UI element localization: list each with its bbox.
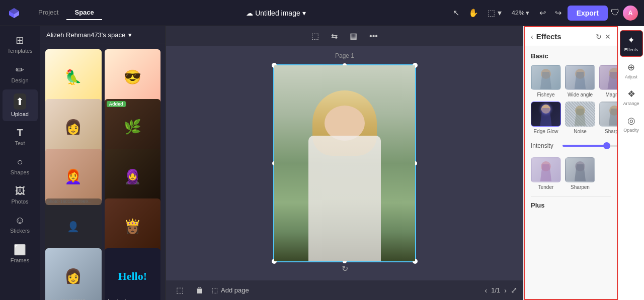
chevron-down-icon: ▾ <box>526 9 529 17</box>
next-page-button[interactable]: › <box>504 286 507 294</box>
sidebar-item-label: Stickers <box>10 228 30 234</box>
list-item[interactable]: 👩 WhatsApp Image 20... <box>45 99 102 155</box>
sidebar-item-design[interactable]: ✏ Design <box>3 60 38 87</box>
list-item[interactable]: 🌿 Added photo-15895718949... <box>105 99 161 155</box>
intensity-label: Intensity <box>531 142 558 149</box>
page-label: Page 1 <box>335 52 354 59</box>
effect-fisheye[interactable]: Fisheye <box>531 65 561 97</box>
effect-label-tender: Tender <box>538 184 554 190</box>
effects-header: ‹ Effects ↻ ✕ <box>525 27 617 46</box>
design-icon: ✏ <box>16 64 24 76</box>
rotate-handle[interactable]: ↻ <box>342 264 348 273</box>
add-page-button[interactable]: ⬚ Add page <box>212 286 249 294</box>
plus-section-label: Plus <box>531 202 544 209</box>
sidebar-item-label: Frames <box>11 257 29 263</box>
list-item[interactable]: 👩‍🦰 photo-16012884969... <box>45 149 102 205</box>
effect-sharpen2[interactable]: Sharpen <box>565 157 595 190</box>
effect-magnify[interactable]: Magnify <box>599 65 617 97</box>
chevron-down-icon: ▾ <box>302 9 306 17</box>
list-item[interactable]: 👩 photo-1544005313-... <box>45 248 102 300</box>
list-item[interactable]: Hello! download.png <box>105 248 161 300</box>
refresh-button[interactable]: ↻ <box>596 33 602 41</box>
list-item[interactable]: 👸🏾 woman-of-lgbo-sun... <box>105 198 161 255</box>
canvas-image-container[interactable]: ↻ <box>273 64 416 262</box>
select-tool-button[interactable]: ↖ <box>450 6 462 20</box>
right-panel: ‹ Effects ↻ ✕ Basic <box>523 26 644 300</box>
logo-button[interactable] <box>6 5 22 21</box>
undo-button[interactable]: ↩ <box>536 6 549 20</box>
space-name: Alizeh Rehman473's space <box>46 31 125 39</box>
hand-tool-button[interactable]: ✋ <box>465 6 481 20</box>
arrange-label: Arrange <box>623 101 639 106</box>
effects-icon: ✦ <box>627 35 635 46</box>
effect-edgeglow[interactable]: Edge Glow <box>531 102 561 134</box>
sidebar-item-frames[interactable]: ⬜ Frames <box>3 240 38 267</box>
topbar-center: ☁ Untitled image ▾ <box>106 9 446 17</box>
crop-tool-button[interactable]: ⬚ <box>307 29 323 43</box>
sidebar-item-opacity[interactable]: ◎ Opacity <box>620 111 643 137</box>
frame-tool-button[interactable]: ⬚ ▾ <box>485 6 504 20</box>
zoom-control[interactable]: 42% ▾ <box>508 7 533 19</box>
sidebar-item-shapes[interactable]: ○ Shapes <box>3 152 38 179</box>
canvas-toolbar: ⬚ ⇆ ▦ ••• <box>166 26 523 46</box>
list-item[interactable]: 🧕 pexels-leah-kelley-5... <box>105 149 161 205</box>
close-button[interactable]: ✕ <box>605 33 611 41</box>
list-item[interactable]: 😎 1000_F_24865237B... <box>105 49 161 106</box>
space-selector[interactable]: Alizeh Rehman473's space ▾ <box>46 31 132 39</box>
adjust-icon: ⊕ <box>627 62 635 73</box>
export-button[interactable]: Export <box>568 6 608 21</box>
pagination: ‹ 1/1 › ⤢ <box>485 285 517 295</box>
sidebar-item-text[interactable]: T Text <box>3 123 38 150</box>
add-page-icon: ⬚ <box>212 286 218 294</box>
added-badge: Added <box>107 101 126 107</box>
right-icon-sidebar: ✦ Effects ⊕ Adjust ❖ Arrange ◎ Opacity <box>618 26 644 300</box>
frames-icon: ⬜ <box>14 244 26 256</box>
tab-space[interactable]: Space <box>66 6 102 20</box>
upload-icon: ⬆ <box>14 93 26 110</box>
align-tool-button[interactable]: ▦ <box>346 29 361 43</box>
delete-button[interactable]: 🗑 <box>192 284 208 297</box>
tab-project[interactable]: Project <box>30 6 66 20</box>
effect-thumb-tender <box>531 157 561 182</box>
main-content: ⊞ Templates ✏ Design ⬆ Upload T Text ○ S… <box>0 26 644 300</box>
sidebar-item-label: Text <box>15 140 25 146</box>
topbar-tools: ↖ ✋ ⬚ ▾ 42% ▾ ↩ ↪ Export 🛡 A <box>450 6 638 21</box>
effects-section-title: Basic <box>531 52 611 60</box>
effect-label-sharpen: Sharpen <box>605 129 617 134</box>
sidebar-item-upload[interactable]: ⬆ Upload <box>3 89 38 121</box>
pages-icon-button[interactable]: ⬚ <box>172 283 188 297</box>
list-item[interactable]: 👤 WhatsApp_Image_2... <box>45 198 102 255</box>
intensity-slider[interactable] <box>562 145 617 147</box>
fullscreen-button[interactable]: ⤢ <box>511 285 517 295</box>
effects-label: Effects <box>624 47 638 52</box>
prev-page-button[interactable]: ‹ <box>485 286 488 294</box>
effects-header-actions: ↻ ✕ <box>596 33 611 41</box>
avatar[interactable]: A <box>623 6 638 21</box>
flip-tool-button[interactable]: ⇆ <box>327 29 342 43</box>
sidebar-item-templates[interactable]: ⊞ Templates <box>3 30 38 58</box>
asset-label: photo-1544005313-... <box>47 298 100 301</box>
list-item[interactable]: 🦜 bird-colorful-logo-gr... <box>45 49 102 106</box>
intensity-row: Intensity 70 <box>531 140 611 151</box>
sidebar-item-photos[interactable]: 🖼 Photos <box>3 181 38 209</box>
redo-button[interactable]: ↪ <box>552 6 565 20</box>
sidebar-item-arrange[interactable]: ❖ Arrange <box>620 84 643 110</box>
document-name[interactable]: ☁ Untitled image ▾ <box>246 9 306 17</box>
more-options-button[interactable]: ••• <box>365 30 382 43</box>
sidebar-item-effects[interactable]: ✦ Effects <box>620 30 643 57</box>
effect-wideangle[interactable]: Wide angle <box>565 65 595 97</box>
effect-tender[interactable]: Tender <box>531 157 561 190</box>
effect-label-magnify: Magnify <box>605 92 617 97</box>
sidebar-item-label: Design <box>11 77 28 83</box>
effect-thumb-edgeglow <box>531 102 561 127</box>
effects-grid: Fisheye Wide angle <box>531 65 611 134</box>
effect-sharpen[interactable]: Sharpen <box>599 102 617 134</box>
shield-icon: 🛡 <box>611 8 620 18</box>
sidebar-item-stickers[interactable]: ☺ Stickers <box>3 211 38 238</box>
back-button[interactable]: ‹ <box>531 33 533 41</box>
sidebar-item-adjust[interactable]: ⊕ Adjust <box>620 58 643 83</box>
photos-icon: 🖼 <box>15 185 25 197</box>
shapes-icon: ○ <box>17 156 23 168</box>
effect-noise[interactable]: Noise <box>565 102 595 134</box>
topbar-tabs: Project Space <box>30 6 102 20</box>
